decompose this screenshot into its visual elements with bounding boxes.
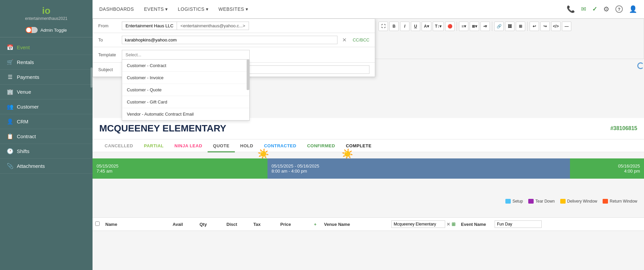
tab-partial[interactable]: PARTIAL [139,140,169,152]
template-option-giftcard[interactable]: Customer - Gift Card [122,96,249,108]
email-icon[interactable]: ✉ [581,5,586,13]
legend: Setup Tear Down Delivery Window Return W… [505,199,637,204]
template-dropdown-scrollbar[interactable] [247,60,249,90]
to-clear-icon[interactable]: ✕ [341,37,348,43]
rte-link-button[interactable]: 🔗 [494,22,504,31]
rte-undo-button[interactable]: ↩ [530,22,539,31]
rte-underline-button[interactable]: U [411,22,420,31]
legend-color-teardown [528,199,534,204]
content-area: MCQUEENEY ELEMENTARY #38106815 CANCELLED… [93,19,644,270]
sidebar-item-rentals[interactable]: 🛒 Rentals [0,55,93,70]
email-modal: From Entertainment Haus LLC <entertainme… [93,19,375,77]
template-dropdown-container: Customer - Contract Customer - Invoice C… [122,50,250,60]
th-qty: Qty [197,222,224,227]
logistics-dropdown-icon: ▾ [206,6,209,12]
tab-hold[interactable]: HOLD [235,140,259,152]
th-add-button[interactable]: + [311,222,321,227]
cc-bcc-button[interactable]: CC/BCC [353,37,369,42]
question-icon[interactable]: ? [615,5,623,13]
event-name-input[interactable] [495,220,542,228]
phone-icon[interactable]: 📞 [567,5,575,13]
tab-cancelled[interactable]: CANCELLED [99,140,139,152]
sidebar-item-attachments[interactable]: 📎 Attachments [0,159,93,174]
template-option-quote[interactable]: Customer - Quote [122,84,249,96]
rte-bold-button[interactable]: B [389,22,399,31]
rte-list-button[interactable]: ≣▾ [470,22,479,31]
gear-icon[interactable]: ⚙ [603,5,609,13]
rte-table-button[interactable]: ⊞ [516,22,525,31]
rte-font-color-button[interactable]: A▾ [422,22,431,31]
email-from-field: From Entertainment Haus LLC <entertainme… [93,19,375,33]
legend-teardown: Tear Down [528,199,554,204]
rte-toolbar: ⛶ B I U A▾ T↕▾ 🔴 ≡▾ ≣▾ •▾ 🔗 🖼 ⊞ ↩ ↪ </> … [375,19,644,59]
rte-redo-button[interactable]: ↪ [540,22,550,31]
rte-bullet-button[interactable]: •▾ [480,22,490,31]
sidebar-item-label: Rentals [17,59,34,65]
th-name: Name [103,222,170,227]
user-icon[interactable]: 👤 [629,5,637,13]
crm-icon: 👤 [7,118,13,125]
rte-hr-button[interactable]: — [562,22,571,31]
sidebar-item-crm[interactable]: 👤 CRM [0,114,93,129]
template-option-contract[interactable]: Customer - Contract [122,60,249,72]
rte-text-color-button[interactable]: 🔴 [445,22,455,31]
sidebar-item-label: Venue [17,89,31,95]
tab-confirmed[interactable]: CONFIRMED [302,140,341,152]
rte-separator-2 [492,22,492,31]
template-option-invoice[interactable]: Customer - Invoice [122,72,249,84]
contract-icon: 📋 [7,133,13,140]
sidebar-item-payments[interactable]: ☰ Payments [0,70,93,85]
sidebar-item-contract[interactable]: 📋 Contract [0,129,93,144]
select-all-checkbox[interactable] [95,221,100,226]
legend-color-delivery [560,199,566,204]
rte-fullscreen-button[interactable]: ⛶ [379,22,388,31]
tab-quote[interactable]: QUOTE [208,140,235,152]
websites-dropdown-icon: ▾ [246,6,248,12]
sidebar-item-label: Attachments [17,163,45,169]
admin-toggle-switch[interactable] [26,27,38,33]
template-dropdown: Customer - Contract Customer - Invoice C… [122,60,250,121]
sidebar-item-label: Payments [17,74,39,80]
sidebar-item-shifts[interactable]: 🕐 Shifts [0,144,93,159]
admin-toggle-label[interactable]: Admin Toggle [40,28,67,33]
topnav-dashboards[interactable]: DASHBOARDS [99,4,134,14]
event-title: MCQUEENEY ELEMENTARY [99,123,226,134]
rte-align-button[interactable]: ≡▾ [459,22,468,31]
event-title-bar: MCQUEENEY ELEMENTARY #38106815 [93,118,644,139]
sidebar-item-event[interactable]: 📅 Event [0,40,93,55]
event-icon: 📅 [7,44,13,51]
template-option-vendor[interactable]: Vendor - Automatic Contract Email [122,108,249,120]
status-tabs: CANCELLED PARTIAL NINJA LEAD QUOTE HOLD … [93,140,644,152]
timeline-right: 05/16/2025 4:00 pm [570,158,644,179]
topnav-events[interactable]: EVENTS ▾ [144,4,168,14]
venue-name-input[interactable] [391,220,445,228]
events-dropdown-icon: ▾ [165,6,168,12]
venue-excel-icon[interactable]: ⊞ [452,221,456,227]
rte-separator-1 [457,22,457,31]
th-disc: Disct [224,222,251,227]
th-venue-name: Venue Name [321,222,389,227]
sidebar-item-customer[interactable]: 👥 Customer [0,99,93,114]
legend-color-return [603,199,608,204]
tab-ninja-lead[interactable]: NINJA LEAD [169,140,208,152]
timeline-left: 05/15/2025 7:45 am [93,158,267,179]
th-checkbox [93,221,103,227]
rte-italic-button[interactable]: I [400,22,409,31]
email-to-field: To ✕ CC/BCC [93,33,375,47]
topnav-websites[interactable]: WEBSITES ▾ [218,4,248,14]
template-search-input[interactable] [122,50,250,60]
event-name-input-container [492,220,544,228]
sidebar-item-venue[interactable]: 🏢 Venue [0,85,93,99]
sidebar-scrollbar[interactable] [91,67,93,88]
timeline-row: 05/15/2025 7:45 am 05/15/2025 - 05/16/20… [93,158,644,179]
rte-font-size-button[interactable]: T↕▾ [433,22,444,31]
rte-source-button[interactable]: </> [551,22,561,31]
logo-text: entertainmenthaus2021 [7,16,86,21]
check-icon[interactable]: ✓ [592,5,597,13]
shifts-icon: 🕐 [7,148,13,154]
venue-clear-icon[interactable]: ✕ [446,222,450,227]
to-input[interactable] [122,36,337,44]
rte-image-button[interactable]: 🖼 [505,22,514,31]
topnav-logistics[interactable]: LOGISTICS ▾ [178,4,209,14]
main-content: DASHBOARDS EVENTS ▾ LOGISTICS ▾ WEBSITES… [93,0,644,270]
